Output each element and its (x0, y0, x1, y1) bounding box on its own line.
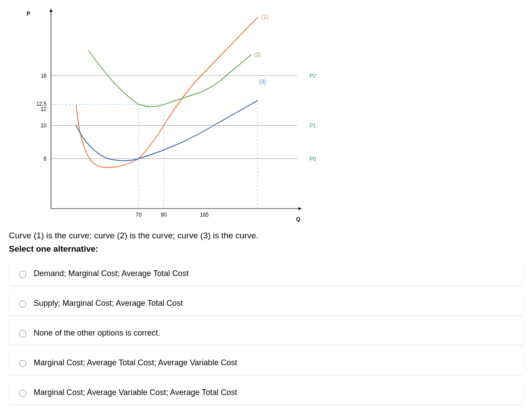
x-tick-70: 70 (136, 212, 142, 218)
x-tick-165: 165 (200, 212, 209, 218)
option-label: Demand; Marginal Cost; Average Total Cos… (34, 269, 189, 278)
x-tick-90: 90 (161, 212, 167, 218)
y-tick-10: 10 (41, 123, 47, 129)
price-label-p0: P0 (309, 156, 316, 162)
option-radio[interactable] (19, 271, 26, 278)
curve-2-atc (89, 51, 251, 107)
curve-label-1: (1) (262, 14, 268, 20)
question-prompt: Select one alternative: (9, 244, 523, 254)
y-axis-label: P (27, 11, 30, 17)
curve-label-2: (2) (254, 51, 261, 58)
curve-label-3: (3) (259, 79, 266, 85)
option-radio[interactable] (19, 300, 26, 308)
option-label: Marginal Cost; Average Variable Cost; Av… (34, 388, 237, 397)
curve-1-mc (76, 17, 258, 167)
option-row[interactable]: None of the other options is correct. (9, 321, 523, 345)
option-radio[interactable] (19, 390, 26, 397)
y-tick-12: 12 (41, 106, 47, 112)
option-row[interactable]: Marginal Cost; Average Total Cost; Avera… (9, 351, 523, 375)
option-label: Supply; Marginal Cost; Average Total Cos… (34, 299, 183, 308)
y-tick-6: 6 (43, 156, 47, 162)
option-row[interactable]: Supply; Marginal Cost; Average Total Cos… (9, 292, 523, 315)
curve-3-avc (76, 100, 258, 161)
y-tick-12-5: 12.5 (36, 101, 47, 107)
option-radio[interactable] (19, 360, 26, 367)
option-row[interactable]: Marginal Cost; Average Variable Cost; Av… (9, 381, 523, 404)
option-row[interactable]: Demand; Marginal Cost; Average Total Cos… (9, 262, 523, 285)
price-label-p1: P1 (309, 123, 316, 129)
x-axis-label: Q (296, 216, 300, 222)
y-tick-16: 16 (41, 73, 47, 79)
option-label: None of the other options is correct. (34, 328, 160, 338)
question-text: Curve (1) is the curve; curve (2) is the… (9, 231, 523, 241)
option-radio[interactable] (19, 330, 26, 337)
price-label-p2: P2 (309, 73, 316, 79)
cost-curves-chart: 6 10 12 12.5 16 70 90 165 P Q (1) (2) (3… (9, 4, 319, 222)
option-label: Marginal Cost; Average Total Cost; Avera… (34, 358, 237, 368)
